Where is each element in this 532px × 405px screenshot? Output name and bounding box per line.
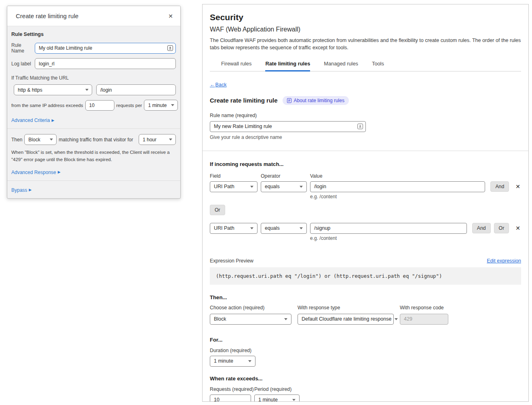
condition-row: URI Path equals And ✕ — [210, 181, 521, 192]
operator-select[interactable]: equals — [261, 223, 307, 234]
chevron-down-icon — [250, 186, 253, 188]
value-input[interactable] — [310, 223, 467, 234]
period-select-value: 1 minute — [148, 103, 167, 108]
badge-label: About rate limiting rules — [294, 98, 344, 103]
page-title: Security — [210, 13, 521, 22]
expression-preview: (http.request.uri.path eq "/login") or (… — [210, 267, 521, 285]
rule-name-label: Rule name (required) — [210, 113, 521, 118]
expression-preview-label: Expression Preview — [210, 258, 253, 264]
page: Create rate limiting rule ✕ Rule Setting… — [0, 0, 532, 405]
requests-input[interactable] — [85, 100, 114, 111]
chevron-down-icon — [171, 104, 174, 106]
response-type-select[interactable]: Default Cloudflare rate limiting respons… — [298, 314, 394, 325]
duration-select[interactable]: 1 minute — [210, 356, 255, 367]
action-select[interactable]: Block — [210, 314, 291, 325]
edit-expression-link[interactable]: Edit expression — [487, 258, 521, 264]
operator-select-value: equals — [265, 184, 280, 189]
requests-input[interactable] — [210, 395, 251, 402]
block-duration-select[interactable]: 1 hour — [139, 134, 176, 145]
legacy-rate-limit-dialog: Create rate limiting rule ✕ Rule Setting… — [7, 6, 181, 199]
or-connector-button[interactable]: Or — [210, 205, 225, 215]
disclosure-arrow-icon: ▶ — [58, 170, 61, 174]
dialog-title: Create rate limiting rule — [16, 13, 78, 19]
tab-bar: Firewall rules Rate limiting rules Manag… — [221, 61, 521, 71]
document-icon — [287, 98, 291, 103]
clipboard-icon[interactable] — [357, 124, 363, 129]
field-select[interactable]: URI Path — [210, 181, 258, 192]
clipboard-icon[interactable] — [167, 45, 173, 51]
duration-label: Duration (required) — [210, 348, 521, 353]
and-button[interactable]: And — [472, 223, 491, 233]
then-label: Then — [11, 137, 22, 143]
field-select[interactable]: URI Path — [210, 223, 258, 234]
back-arrow-icon: ← — [210, 82, 215, 88]
disclosure-arrow-icon: ▶ — [29, 188, 32, 192]
divider — [203, 151, 528, 151]
action-select[interactable]: Block — [24, 134, 57, 145]
response-type-value: Default Cloudflare rate limiting respons… — [302, 316, 391, 322]
page-subtitle: WAF (Web Application Firewall) — [210, 26, 521, 33]
bypass-link[interactable]: Bypass ▶ — [11, 187, 32, 193]
match-section-title: If incoming requests match... — [210, 161, 521, 167]
block-note: When "Block" is set, when the threshold … — [11, 149, 170, 164]
log-label-input[interactable] — [35, 58, 176, 69]
rule-name-input[interactable] — [210, 121, 366, 132]
log-label-label: Log label — [11, 61, 35, 67]
value-hint: e.g. /content — [310, 235, 521, 241]
tab-rate-limiting-rules[interactable]: Rate limiting rules — [265, 61, 310, 71]
chevron-down-icon — [250, 227, 253, 229]
field-select-value: URI Path — [214, 225, 234, 231]
remove-condition-icon[interactable]: ✕ — [515, 183, 521, 190]
remove-condition-icon[interactable]: ✕ — [515, 225, 521, 231]
chevron-down-icon — [85, 89, 89, 91]
for-section-title: For... — [210, 337, 521, 343]
create-rule-heading: Create rate limiting rule — [210, 97, 278, 104]
dialog-body: Rule Settings Rule Name Log label — [7, 26, 180, 198]
value-input[interactable] — [310, 181, 485, 192]
operator-select[interactable]: equals — [261, 181, 307, 192]
chevron-down-icon — [284, 318, 287, 320]
rule-name-hint: Give your rule a descriptive name — [210, 134, 521, 140]
rate-section-title: When rate exceeds... — [210, 376, 521, 382]
response-type-label: With response type — [298, 305, 394, 311]
rate-period-value: 1 minute — [258, 397, 278, 402]
advanced-criteria-link[interactable]: Advanced Criteria ▶ — [11, 118, 54, 123]
exceeds-prefix-text: from the same IP address exceeds — [11, 103, 83, 108]
tab-firewall-rules[interactable]: Firewall rules — [221, 61, 251, 71]
traffic-match-heading: If Traffic Matching the URL — [11, 75, 176, 81]
url-input[interactable] — [96, 84, 176, 95]
action-select-value: Block — [28, 137, 40, 143]
chevron-down-icon — [300, 227, 303, 229]
or-button[interactable]: Or — [494, 223, 509, 233]
back-link[interactable]: ← Back — [210, 82, 227, 88]
period-select[interactable]: 1 minute — [144, 100, 178, 111]
waf-panel: Security WAF (Web Application Firewall) … — [202, 4, 529, 402]
advanced-criteria-label: Advanced Criteria — [11, 118, 50, 123]
tab-managed-rules[interactable]: Managed rules — [324, 61, 358, 71]
and-button[interactable]: And — [490, 181, 509, 192]
chevron-down-icon — [248, 360, 251, 362]
chevron-down-icon — [395, 318, 398, 320]
chevron-down-icon — [169, 138, 172, 141]
field-column-label: Field — [210, 173, 258, 179]
dialog-footer: Cancel Save as Draft — [7, 198, 180, 199]
operator-select-value: equals — [265, 225, 280, 231]
rule-name-input[interactable] — [35, 43, 176, 54]
condition-row: URI Path equals And Or ✕ — [210, 223, 521, 234]
tab-tools[interactable]: Tools — [372, 61, 384, 71]
rate-period-select[interactable]: 1 minute — [254, 395, 300, 402]
bypass-label: Bypass — [11, 187, 27, 193]
scheme-select[interactable]: http & https — [14, 84, 92, 95]
chevron-down-icon — [292, 399, 296, 401]
about-rate-limiting-badge[interactable]: About rate limiting rules — [283, 96, 349, 105]
period-label: Period (required) — [254, 386, 291, 392]
block-duration-value: 1 hour — [143, 137, 156, 143]
value-hint: e.g. /content — [310, 194, 521, 199]
operator-column-label: Operator — [261, 173, 307, 179]
disclosure-arrow-icon: ▶ — [51, 119, 54, 122]
close-icon[interactable]: ✕ — [167, 12, 175, 21]
action-select-value: Block — [214, 316, 226, 322]
scheme-select-value: http & https — [18, 87, 42, 93]
value-column-label: Value — [310, 173, 323, 179]
advanced-response-link[interactable]: Advanced Response ▶ — [11, 170, 61, 175]
